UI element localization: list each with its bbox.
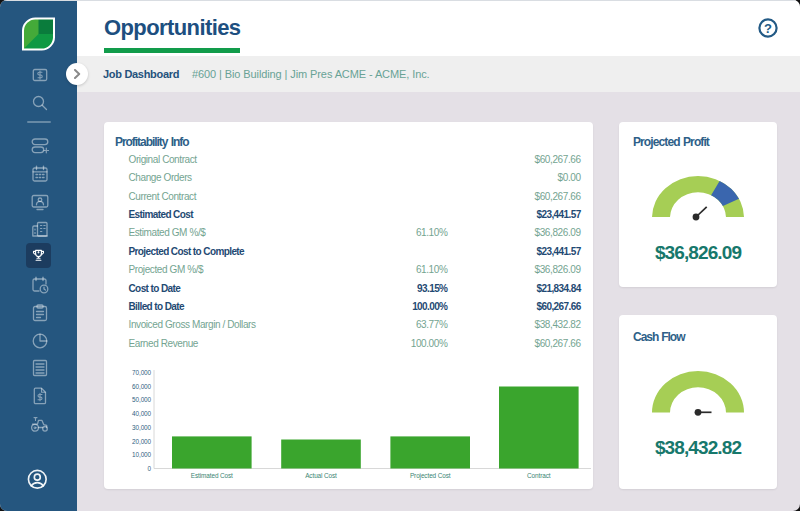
- svg-text:Actual Cost: Actual Cost: [305, 472, 337, 479]
- svg-text:10,000: 10,000: [132, 451, 151, 458]
- svg-text:20,000: 20,000: [132, 438, 151, 445]
- svg-text:0: 0: [148, 465, 152, 472]
- svg-text:60,000: 60,000: [132, 383, 151, 390]
- svg-text:50,000: 50,000: [132, 396, 151, 403]
- svg-text:70,000: 70,000: [132, 369, 151, 376]
- svg-text:30,000: 30,000: [132, 424, 151, 431]
- svg-text:Projected Cost: Projected Cost: [410, 472, 451, 480]
- svg-text:Estimated Cost: Estimated Cost: [191, 472, 233, 479]
- svg-text:Contract: Contract: [527, 472, 551, 479]
- svg-text:40,000: 40,000: [132, 410, 151, 417]
- svg-text:?: ?: [764, 21, 772, 36]
